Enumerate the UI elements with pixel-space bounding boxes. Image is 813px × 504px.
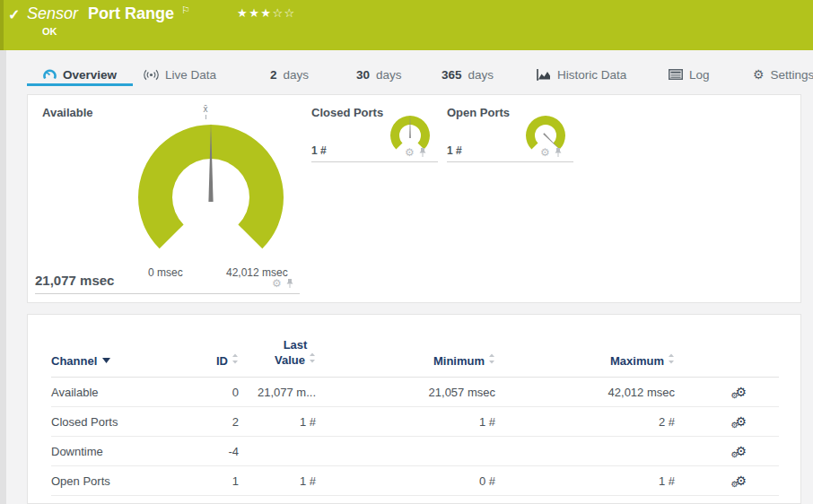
channel-maximum: 1 # (495, 474, 675, 488)
tab-historic-data[interactable]: Historic Data (537, 63, 626, 86)
channel-settings-icon[interactable]: ⚙⚙ (735, 385, 747, 399)
channel-maximum: 42,012 msec (495, 386, 675, 399)
header-edge-strip (0, 0, 4, 50)
sort-icon (668, 353, 675, 364)
tab-30-days-number: 30 (356, 68, 370, 82)
tab-30-days[interactable]: 30 days (356, 63, 402, 86)
channel-last-value: 1 # (239, 474, 316, 488)
gauge-closed-ports-value: 1 # (311, 144, 327, 157)
tab-365-days[interactable]: 365 days (441, 63, 494, 86)
channel-minimum: 0 # (316, 474, 495, 488)
gauge-closed-ports-tools: ⚙ (405, 147, 427, 158)
tab-365-days-number: 365 (441, 68, 462, 82)
gauge-divider (311, 161, 438, 162)
column-header-channel[interactable]: Channel (51, 354, 188, 368)
channel-last-value: 1 # (239, 415, 316, 429)
tab-365-days-word: days (468, 68, 494, 82)
gauge-open-ports-label: Open Ports (447, 106, 510, 119)
sensor-type-label: Sensor (27, 4, 78, 22)
table-row: Downtime -4 ⚙⚙ (51, 437, 779, 466)
sort-icon (488, 353, 495, 364)
channel-minimum: 1 # (316, 415, 495, 429)
page-edge-strip (0, 50, 6, 504)
log-list-icon (669, 69, 683, 80)
tab-live-data[interactable]: Live Data (144, 63, 216, 86)
gauge-settings-icon[interactable]: ⚙ (540, 147, 550, 158)
average-marker: x̄ (199, 105, 212, 119)
page-title: Sensor Port Range ⚐ (27, 4, 190, 23)
channel-settings-icon[interactable]: ⚙⚙ (735, 444, 747, 458)
live-signal-icon (144, 69, 159, 81)
pin-icon[interactable] (554, 148, 563, 158)
tab-2-days[interactable]: 2 days (270, 63, 309, 86)
gauge-divider (447, 161, 573, 162)
status-badge: OK (42, 26, 57, 37)
sort-desc-icon (102, 358, 110, 363)
tab-log-label: Log (689, 68, 710, 82)
channels-table: Channel ID Last Value Minimum Maximum Av… (51, 338, 779, 496)
tab-30-days-word: days (376, 68, 402, 82)
channel-name: Open Ports (51, 474, 188, 488)
gauge-icon (43, 68, 57, 82)
settings-gear-icon: ⚙ (753, 67, 765, 82)
tab-settings-label: Settings (771, 68, 813, 82)
channel-last-value: 21,077 m... (239, 386, 316, 399)
pin-icon[interactable] (418, 148, 427, 158)
stars-filled: ★★★ (237, 6, 272, 20)
channels-panel: Channel ID Last Value Minimum Maximum Av… (27, 314, 801, 504)
gauge-available-label: Available (42, 106, 93, 119)
gauge-open-ports-value: 1 # (447, 144, 462, 157)
channel-settings-icon[interactable]: ⚙⚙ (735, 414, 747, 429)
gauge-settings-icon[interactable]: ⚙ (405, 147, 415, 158)
priority-stars[interactable]: ★★★☆☆ (237, 6, 296, 20)
channel-id: 2 (188, 415, 239, 429)
tab-settings[interactable]: ⚙ Settings (753, 63, 813, 86)
available-gauge (135, 121, 287, 256)
sensor-status-header: ✓ Sensor Port Range ⚐ ★★★☆☆ OK (0, 0, 813, 50)
table-row: Open Ports 1 1 # 0 # 1 # ⚙⚙ (51, 466, 779, 496)
stars-empty: ☆☆ (272, 6, 295, 20)
channel-maximum: 2 # (495, 415, 675, 429)
gauge-settings-icon[interactable]: ⚙ (272, 278, 282, 289)
sort-icon (232, 353, 239, 364)
pin-icon[interactable] (285, 279, 294, 289)
tab-2-days-word: days (284, 68, 310, 82)
flag-icon[interactable]: ⚐ (181, 4, 190, 15)
channel-name: Closed Ports (51, 415, 188, 429)
sensor-name: Port Range (88, 4, 174, 22)
table-row: Closed Ports 2 1 # 1 # 2 # ⚙⚙ (51, 407, 779, 437)
gauge-divider (35, 293, 300, 294)
channel-id: -4 (188, 445, 239, 458)
gauge-available-value: 21,077 msec (35, 273, 114, 288)
tab-historic-data-label: Historic Data (557, 68, 626, 82)
channel-settings-icon[interactable]: ⚙⚙ (735, 474, 747, 488)
tab-overview-label: Overview (63, 68, 117, 82)
gauge-available-tools: ⚙ (272, 278, 294, 289)
tab-log[interactable]: Log (669, 63, 710, 86)
channel-id: 0 (188, 386, 239, 399)
column-header-minimum[interactable]: Minimum (316, 353, 495, 368)
channel-name: Downtime (51, 445, 188, 458)
channel-id: 1 (188, 474, 239, 488)
tab-live-data-label: Live Data (165, 68, 216, 82)
column-header-id[interactable]: ID (188, 353, 239, 368)
channel-minimum: 21,057 msec (316, 386, 495, 399)
gauge-open-ports-tools: ⚙ (540, 147, 563, 158)
tab-2-days-number: 2 (270, 68, 277, 82)
area-chart-icon (537, 69, 551, 81)
table-header-row: Channel ID Last Value Minimum Maximum (51, 338, 779, 378)
sort-icon (309, 352, 316, 363)
active-tab-indicator (27, 83, 133, 86)
gauge-closed-ports-label: Closed Ports (311, 106, 383, 119)
column-header-last-value[interactable]: Last Value (275, 338, 316, 368)
ok-check-icon: ✓ (8, 6, 20, 23)
gauges-panel: Available x̄ 0 msec 42,012 msec 21,077 m… (27, 94, 801, 303)
table-row: Available 0 21,077 m... 21,057 msec 42,0… (51, 378, 779, 407)
column-header-maximum[interactable]: Maximum (495, 353, 675, 368)
gauge-min-label: 0 msec (148, 266, 183, 279)
channel-name: Available (51, 386, 188, 399)
